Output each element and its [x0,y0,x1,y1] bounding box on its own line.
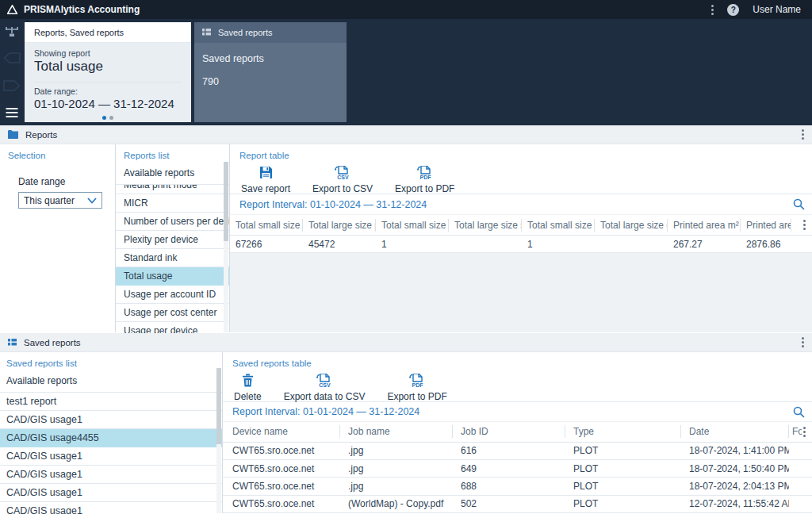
carousel-dot[interactable] [102,116,106,120]
column-header[interactable]: Date [681,425,789,438]
card-body: Saved reports 790 [194,43,347,87]
reports-section: Reports Selection Date range This quarte… [0,125,812,333]
saved-section-header: Saved reports [0,333,812,352]
list-item[interactable]: Plexity per device [116,231,229,249]
list-item[interactable]: CAD/GIS usage1 [0,447,222,466]
cell: 67266 [230,239,303,250]
nav-back-icon[interactable] [3,52,21,67]
nav-forward-icon[interactable] [3,80,21,94]
saved-table-title: Saved reports table [223,352,812,368]
column-header[interactable]: Printed area... [741,219,791,232]
column-header[interactable]: Device name [223,425,340,438]
column-header[interactable]: Printed area m² [668,219,741,232]
list-item-selected[interactable]: Total usage [116,267,229,286]
list-item[interactable]: CAD/GIS usage1 [0,411,222,429]
report-table-title: Report table [230,144,812,160]
overflow-menu-icon[interactable] [711,5,714,15]
help-icon[interactable]: ? [727,4,739,16]
column-header[interactable]: Total small size c... [522,219,595,232]
table-menu-icon[interactable] [803,427,806,437]
reports-dashboard-card[interactable]: Reports, Saved reports Showing report To… [25,22,191,122]
cell: (WorldMap) - Copy.pdf [340,498,453,509]
cell: 12-07-2024, 11:55:42 AM [681,498,789,509]
reports-list-title: Reports list [116,144,229,160]
list-item[interactable]: CAD/GIS usage1 [0,484,222,502]
report-interval-text: Report Interval: 01-10-2024 — 31-12-2024 [239,199,427,210]
table-row[interactable]: CWT65.sro.oce.net .jpg 688 PLOT 18-07-20… [223,478,812,495]
menu-icon[interactable] [6,108,18,117]
date-range-value: 01-10-2024 — 31-12-2024 [34,97,182,110]
column-header[interactable]: Job name [340,425,453,438]
svg-text:CSV: CSV [319,382,331,388]
cell: .jpg [340,445,453,456]
section-menu-icon[interactable] [802,129,804,140]
app-title: PRISMAlytics Accounting [24,4,140,15]
export-data-csv-button[interactable]: CSV Export data to CSV [284,374,366,401]
cell: 688 [453,481,565,492]
export-pdf-button[interactable]: PDF Export to PDF [387,374,446,401]
table-row[interactable]: 67266 45472 1 1 267.27 2876.86 [230,236,812,253]
table-menu-icon[interactable] [803,220,806,230]
delete-button[interactable]: Delete [234,374,262,401]
column-header[interactable]: Total large size s... [449,219,522,232]
section-menu-icon[interactable] [802,337,804,347]
list-item[interactable]: Usage per account ID [116,286,229,304]
saved-reports-list-panel: Saved reports list Available reports tes… [0,352,222,513]
cell: CWT65.sro.oce.net [223,498,340,509]
scrollbar-thumb[interactable] [216,368,221,444]
list-item[interactable]: CAD/GIS usage1 [0,502,222,514]
list-item[interactable]: Media print mode [116,185,229,194]
column-header[interactable]: Total large size c... [595,219,668,232]
saved-reports-section: Saved reports Saved reports list Availab… [0,333,812,514]
card-header: Reports, Saved reports [25,22,191,43]
cell: 1 [376,239,449,250]
column-header[interactable]: Fo [789,425,802,438]
cell: 18-07-2024, 2:04:13 PM [681,481,789,492]
table-row[interactable]: CWT65.sro.oce.net .jpg 649 PLOT 18-07-20… [223,460,812,478]
date-range-selected-value: This quarter [24,195,75,206]
list-item-selected[interactable]: CAD/GIS usage4455 [0,429,222,447]
saved-interval-row: Report Interval: 01-01-2024 — 31-12-2024 [223,402,812,422]
list-item[interactable]: Number of users per device [116,213,229,231]
date-range-field-label: Date range [18,176,115,187]
column-header[interactable]: Type [565,425,681,438]
pdf-file-icon: PDF [408,374,426,389]
list-item[interactable]: CAD/GIS usage1 [0,466,222,484]
export-csv-button[interactable]: CSV Export to CSV [312,166,373,194]
showing-report-label: Showing report [34,48,182,58]
selection-title: Selection [0,144,115,160]
hierarchy-icon[interactable] [4,25,20,42]
cell: CWT65.sro.oce.net [223,445,340,456]
cell: 267.27 [668,239,741,250]
cell: PLOT [565,445,681,456]
available-reports-label: Available reports [0,368,222,393]
carousel-dot[interactable] [109,116,113,120]
column-header[interactable]: Total small size s... [376,219,449,232]
selection-panel: Selection Date range This quarter [0,144,115,332]
saved-table-toolbar: Delete CSV Export data to CSV PDF Export… [223,368,812,402]
user-menu[interactable]: User Name [753,4,801,15]
column-header[interactable]: Total large size p... [303,219,376,232]
list-item[interactable]: MICR [116,194,229,213]
list-item[interactable]: Usage per cost center [116,304,229,322]
table-row[interactable]: CWT65.sro.oce.net .jpg 616 PLOT 18-07-20… [223,443,812,460]
list-item[interactable]: test1 report [0,393,222,411]
date-range-select[interactable]: This quarter [18,192,102,209]
reports-list-panel: Reports list Available reports Media pri… [115,144,229,332]
list-item[interactable]: Usage per device [116,322,229,333]
save-report-button[interactable]: Save report [241,166,290,194]
cell: PLOT [565,498,681,509]
list-item[interactable]: Standard ink [116,249,229,267]
scrollbar-thumb[interactable] [224,162,228,241]
table-row[interactable]: CWT65.sro.oce.net (WorldMap) - Copy.pdf … [223,496,812,513]
cell: PLOT [565,463,681,474]
top-app-bar: PRISMAlytics Accounting ? User Name [0,0,812,19]
saved-reports-dashboard-card[interactable]: Saved reports Saved reports 790 [194,22,347,122]
cell: 502 [453,498,565,509]
column-header[interactable]: Job ID [453,425,565,438]
column-header[interactable]: Total small size p... [230,219,303,232]
search-icon[interactable] [793,406,805,418]
search-icon[interactable] [793,198,805,210]
export-pdf-button[interactable]: PDF Export to PDF [395,166,454,194]
table-empty-area [230,253,812,332]
